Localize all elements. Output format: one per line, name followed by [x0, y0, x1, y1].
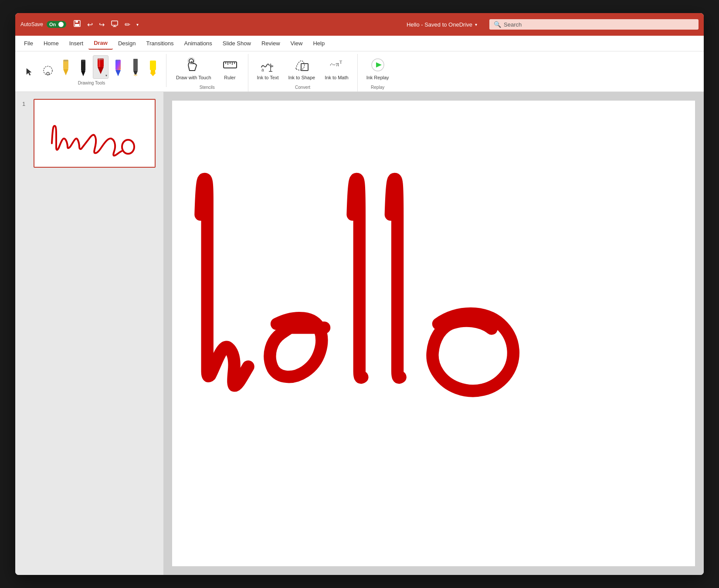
ink-to-shape-button[interactable]: Ink to Shape: [285, 54, 319, 83]
svg-marker-26: [150, 73, 156, 76]
main-area: 1: [15, 92, 704, 575]
ribbon-group-convert: a Ink to Text Ink to Shape: [248, 54, 358, 91]
doc-title-text: Hello - Saved to OneDrive: [407, 21, 472, 28]
doc-title-chevron[interactable]: ▾: [475, 22, 477, 27]
svg-marker-12: [81, 71, 85, 76]
lasso-tool-button[interactable]: [40, 62, 56, 79]
svg-rect-20: [116, 60, 120, 61]
menu-insert[interactable]: Insert: [64, 37, 89, 49]
redo-icon[interactable]: ↪: [97, 20, 106, 30]
ink-to-math-button[interactable]: π T Ink to Math: [321, 54, 352, 83]
svg-rect-1: [75, 20, 78, 23]
autosave-label: AutoSave: [20, 21, 43, 27]
menu-file[interactable]: File: [19, 37, 38, 49]
svg-rect-21: [133, 59, 138, 71]
menu-help[interactable]: Help: [308, 37, 330, 49]
title-bar-icons: ↩ ↪ ✏ ▾: [71, 19, 140, 30]
autosave-toggle[interactable]: On: [47, 21, 66, 28]
menu-animations[interactable]: Animations: [179, 37, 217, 49]
draw-with-touch-button[interactable]: Draw with Touch: [173, 54, 215, 83]
pen-black-button[interactable]: [75, 57, 91, 79]
app-window: AutoSave On ↩ ↪: [15, 13, 704, 575]
ribbon: ▾: [15, 51, 704, 92]
slide-panel: 1: [15, 92, 163, 575]
svg-text:T: T: [339, 60, 342, 64]
menu-design[interactable]: Design: [113, 37, 141, 49]
stencils-label: Stencils: [200, 85, 215, 90]
svg-rect-3: [112, 21, 118, 25]
convert-tools-row: a Ink to Text Ink to Shape: [254, 54, 352, 83]
menu-slideshow[interactable]: Slide Show: [217, 37, 256, 49]
title-bar: AutoSave On ↩ ↪: [15, 13, 704, 36]
svg-rect-2: [75, 24, 79, 26]
pen-red-selected-button[interactable]: ▾: [93, 55, 109, 79]
pen-dropdown-arrow[interactable]: ▾: [105, 74, 107, 78]
svg-text:π: π: [336, 61, 339, 68]
ribbon-group-stencils: Draw with Touch Ruler Stencils: [166, 54, 248, 91]
slide-number: 1: [22, 101, 29, 107]
ink-replay-label: Ink Replay: [366, 75, 389, 81]
drawing-tools-label: Drawing Tools: [78, 81, 105, 85]
ink-icon[interactable]: ✏: [123, 20, 132, 30]
ink-to-text-button[interactable]: a Ink to Text: [254, 54, 282, 83]
drawing-tools-row: ▾: [22, 54, 161, 79]
svg-rect-13: [81, 60, 85, 61]
svg-marker-9: [63, 69, 68, 75]
svg-rect-23: [134, 74, 137, 76]
highlighter-yellow-button[interactable]: [145, 57, 161, 79]
ribbon-group-drawing-tools: ▾: [19, 54, 166, 87]
select-tool-button[interactable]: [22, 65, 38, 79]
ink-replay-button[interactable]: Ink Replay: [363, 54, 393, 83]
svg-marker-16: [98, 67, 104, 74]
replay-tools-row: Ink Replay: [363, 54, 393, 83]
menu-draw[interactable]: Draw: [88, 37, 113, 50]
search-input[interactable]: Search: [504, 21, 694, 28]
pen-yellow-button[interactable]: [58, 57, 74, 79]
ink-to-math-label: Ink to Math: [325, 75, 348, 81]
convert-label: Convert: [295, 85, 310, 90]
menu-home[interactable]: Home: [38, 37, 64, 49]
ink-to-shape-label: Ink to Shape: [288, 75, 315, 81]
doc-title: Hello - Saved to OneDrive ▾: [407, 21, 477, 28]
pen-blue-button[interactable]: [110, 57, 126, 79]
ribbon-group-replay: Ink Replay Replay: [358, 54, 398, 91]
canvas-area: [163, 92, 704, 575]
draw-with-touch-label: Draw with Touch: [176, 75, 211, 81]
slide-thumbnail[interactable]: [34, 99, 156, 168]
slide-canvas[interactable]: [172, 101, 695, 566]
presentation-icon[interactable]: [109, 19, 120, 30]
svg-rect-17: [98, 58, 103, 60]
menu-review[interactable]: Review: [256, 37, 285, 49]
svg-rect-18: [115, 60, 121, 70]
ink-to-text-label: Ink to Text: [257, 75, 279, 81]
svg-point-42: [122, 140, 134, 154]
quick-access-dropdown[interactable]: ▾: [135, 21, 140, 28]
svg-point-6: [44, 66, 52, 75]
undo-icon[interactable]: ↩: [85, 20, 95, 30]
svg-rect-24: [150, 61, 156, 70]
save-icon[interactable]: [71, 19, 83, 30]
menu-view[interactable]: View: [285, 37, 308, 49]
ruler-label: Ruler: [224, 75, 235, 81]
stencils-tools-row: Draw with Touch Ruler: [173, 54, 242, 83]
svg-text:a: a: [261, 68, 264, 72]
toggle-label: On: [49, 22, 56, 27]
menu-bar: File Home Insert Draw Design Transitions…: [15, 36, 704, 51]
svg-point-7: [47, 72, 49, 75]
menu-transitions[interactable]: Transitions: [141, 37, 179, 49]
pencil-dark-button[interactable]: [128, 56, 143, 79]
slide-thumbnail-row: 1: [22, 99, 156, 168]
ruler-button[interactable]: Ruler: [218, 54, 242, 83]
search-magnifier-icon: 🔍: [494, 21, 501, 28]
toggle-circle: [58, 22, 64, 27]
svg-rect-10: [64, 60, 68, 61]
svg-rect-25: [151, 70, 155, 73]
replay-label: Replay: [371, 85, 384, 90]
svg-marker-19: [115, 70, 121, 76]
search-box[interactable]: 🔍 Search: [489, 19, 699, 30]
